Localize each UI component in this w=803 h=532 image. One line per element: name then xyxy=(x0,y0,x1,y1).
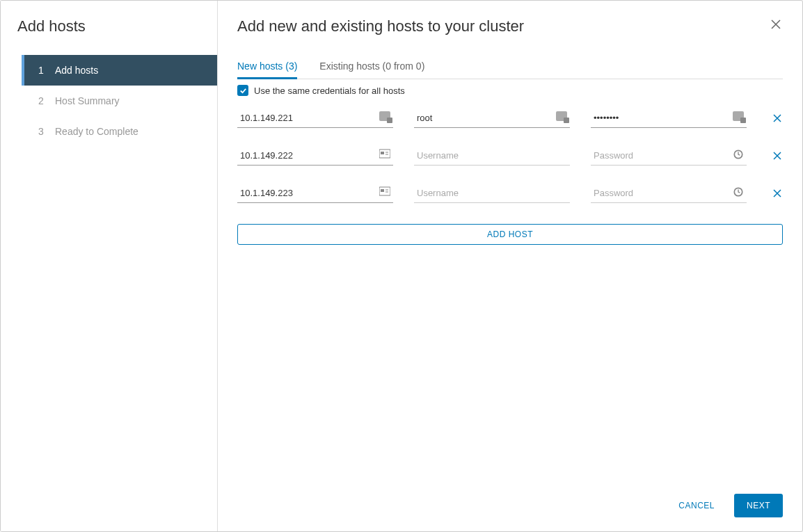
tab-existing-hosts[interactable]: Existing hosts (0 from 0) xyxy=(319,61,424,79)
password-input xyxy=(591,146,747,166)
main-panel: Add new and existing hosts to your clust… xyxy=(218,1,802,531)
remove-host-button[interactable] xyxy=(772,150,783,161)
username-input-wrap xyxy=(414,146,570,166)
page-title: Add new and existing hosts to your clust… xyxy=(237,17,524,35)
step-label: Host Summary xyxy=(55,95,120,106)
tab-new-hosts[interactable]: New hosts (3) xyxy=(237,61,297,79)
step-host-summary: 2 Host Summary xyxy=(22,86,217,116)
wizard-sidebar: Add hosts 1 Add hosts 2 Host Summary 3 R… xyxy=(1,1,218,531)
step-number: 2 xyxy=(38,95,44,106)
host-row xyxy=(237,108,783,128)
add-host-button[interactable]: ADD HOST xyxy=(237,224,783,245)
password-input-wrap xyxy=(591,108,747,128)
keyboard-icon xyxy=(379,111,390,121)
close-icon xyxy=(773,114,781,122)
step-ready-to-complete: 3 Ready to Complete xyxy=(22,116,217,147)
refresh-icon xyxy=(733,186,744,196)
host-tabs: New hosts (3) Existing hosts (0 from 0) xyxy=(237,61,783,79)
step-label: Add hosts xyxy=(55,65,98,76)
username-input-wrap xyxy=(414,108,570,128)
close-icon xyxy=(773,189,781,198)
username-input-wrap xyxy=(414,184,570,203)
host-rows xyxy=(237,108,783,221)
step-number: 3 xyxy=(38,126,44,137)
ip-input-wrap xyxy=(237,184,393,203)
username-input xyxy=(414,146,570,166)
svg-rect-6 xyxy=(381,189,384,192)
same-credentials-row: Use the same credentials for all hosts xyxy=(237,85,783,96)
wizard-steps: 1 Add hosts 2 Host Summary 3 Ready to Co… xyxy=(1,55,217,147)
host-ip-input[interactable] xyxy=(237,108,393,128)
host-row xyxy=(237,184,783,203)
ip-input-wrap xyxy=(237,108,393,128)
ip-input-wrap xyxy=(237,146,393,166)
step-number: 1 xyxy=(38,65,44,76)
username-input[interactable] xyxy=(414,108,570,128)
keyboard-icon xyxy=(556,111,567,121)
password-input-wrap xyxy=(591,146,747,166)
card-icon xyxy=(379,149,390,159)
cancel-button[interactable]: CANCEL xyxy=(671,494,722,517)
password-input[interactable] xyxy=(591,108,747,128)
same-credentials-checkbox[interactable] xyxy=(237,85,248,96)
sidebar-title: Add hosts xyxy=(1,17,217,55)
remove-host-button[interactable] xyxy=(772,188,783,199)
main-header: Add new and existing hosts to your clust… xyxy=(237,17,783,35)
remove-host-button[interactable] xyxy=(772,113,783,124)
close-icon xyxy=(773,152,781,160)
host-ip-input[interactable] xyxy=(237,184,393,203)
refresh-icon xyxy=(733,149,744,159)
host-ip-input[interactable] xyxy=(237,146,393,166)
checkbox-label: Use the same credentials for all hosts xyxy=(254,86,405,96)
checkmark-icon xyxy=(239,87,247,95)
keyboard-icon xyxy=(733,111,744,121)
close-icon xyxy=(771,19,781,29)
password-input-wrap xyxy=(591,184,747,203)
card-icon xyxy=(379,186,390,196)
username-input xyxy=(414,184,570,203)
host-row xyxy=(237,146,783,166)
step-label: Ready to Complete xyxy=(55,126,138,137)
add-hosts-dialog: Add hosts 1 Add hosts 2 Host Summary 3 R… xyxy=(0,0,803,532)
dialog-footer: CANCEL NEXT xyxy=(671,494,783,517)
svg-rect-1 xyxy=(381,152,384,154)
next-button[interactable]: NEXT xyxy=(734,494,783,517)
password-input xyxy=(591,184,747,203)
step-add-hosts[interactable]: 1 Add hosts xyxy=(22,55,217,86)
close-button[interactable] xyxy=(769,17,783,31)
